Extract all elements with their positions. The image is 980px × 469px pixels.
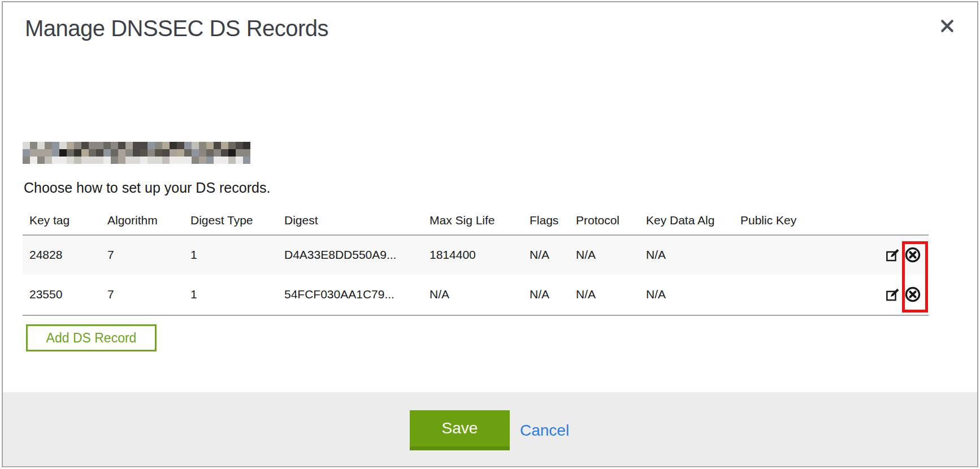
edit-icon <box>885 247 900 263</box>
redacted-pixel <box>236 157 243 164</box>
redacted-pixel <box>89 149 96 157</box>
table-header-row: Key tag Algorithm Digest Type Digest Max… <box>23 206 929 236</box>
redacted-pixel <box>228 142 236 149</box>
redacted-pixel <box>89 142 96 149</box>
redacted-pixel <box>236 142 243 149</box>
redacted-pixel <box>118 142 125 149</box>
redacted-pixel <box>199 157 206 164</box>
redacted-pixel <box>30 142 37 149</box>
save-button[interactable]: Save <box>410 410 510 450</box>
redacted-pixel <box>192 149 199 157</box>
cell-key-data-alg: N/A <box>639 248 734 262</box>
redacted-pixel <box>206 142 214 149</box>
cell-max-sig-life: 1814400 <box>423 248 523 262</box>
delete-record-button[interactable] <box>904 286 921 303</box>
redacted-pixel <box>162 142 170 149</box>
redacted-pixel <box>155 142 162 149</box>
cell-digest: 54FCF030AA1C79... <box>277 288 423 301</box>
redacted-pixel <box>67 142 74 149</box>
redacted-pixel <box>30 149 37 157</box>
redacted-pixel <box>148 157 155 164</box>
redacted-pixel <box>37 149 45 157</box>
redacted-pixel <box>228 149 236 157</box>
redacted-pixel <box>214 142 221 149</box>
setup-instruction-text: Choose how to set up your DS records. <box>24 180 270 196</box>
redacted-pixel <box>177 149 184 157</box>
col-header-key-data-alg: Key Data Alg <box>639 214 734 227</box>
redacted-pixel <box>162 149 170 157</box>
edit-icon <box>885 287 900 302</box>
redacted-pixel <box>125 142 133 149</box>
redacted-pixel <box>103 157 111 164</box>
cell-digest-type: 1 <box>184 248 277 262</box>
close-icon[interactable] <box>938 17 956 35</box>
col-header-digest: Digest <box>277 214 423 227</box>
table-row: 24828 7 1 D4A33E8DD550A9... 1814400 N/A … <box>23 236 929 274</box>
redacted-pixel <box>206 157 214 164</box>
edit-record-button[interactable] <box>884 286 901 303</box>
cell-flags: N/A <box>523 248 569 262</box>
add-ds-record-button[interactable]: Add DS Record <box>26 324 157 351</box>
redacted-pixel <box>243 149 250 157</box>
edit-record-button[interactable] <box>884 246 901 263</box>
col-header-digest-type: Digest Type <box>184 214 277 227</box>
redacted-pixel <box>140 142 148 149</box>
redacted-pixel <box>96 142 103 149</box>
redacted-pixel <box>192 157 199 164</box>
redacted-pixel <box>133 149 140 157</box>
cell-digest-type: 1 <box>184 288 277 301</box>
redacted-pixel <box>206 149 214 157</box>
redacted-pixel <box>81 157 89 164</box>
redacted-pixel <box>155 157 162 164</box>
redacted-pixel <box>96 149 103 157</box>
redacted-domain <box>23 142 250 164</box>
cell-flags: N/A <box>523 288 569 301</box>
redacted-pixel <box>228 157 236 164</box>
redacted-pixel <box>81 149 89 157</box>
cell-algorithm: 7 <box>101 248 184 262</box>
redacted-pixel <box>96 157 103 164</box>
cell-key-data-alg: N/A <box>639 288 734 301</box>
redacted-pixel <box>89 157 96 164</box>
redacted-pixel <box>103 142 111 149</box>
redacted-pixel <box>52 142 59 149</box>
redacted-pixel <box>23 157 30 164</box>
redacted-pixel <box>221 142 228 149</box>
cell-actions <box>882 246 929 263</box>
cell-key-tag: 23550 <box>23 288 101 301</box>
redacted-pixel <box>140 157 148 164</box>
delete-record-button[interactable] <box>904 246 921 263</box>
redacted-pixel <box>118 149 125 157</box>
redacted-pixel <box>74 149 81 157</box>
redacted-pixel <box>243 142 250 149</box>
cell-protocol: N/A <box>569 288 639 301</box>
col-header-protocol: Protocol <box>569 214 639 227</box>
redacted-pixel <box>170 142 177 149</box>
ds-records-table: Key tag Algorithm Digest Type Digest Max… <box>23 206 929 316</box>
redacted-pixel <box>103 149 111 157</box>
redacted-pixel <box>23 142 30 149</box>
redacted-pixel <box>170 157 177 164</box>
redacted-pixel <box>52 149 59 157</box>
redacted-pixel <box>52 157 59 164</box>
redacted-pixel <box>140 149 148 157</box>
redacted-pixel <box>184 157 192 164</box>
col-header-key-tag: Key tag <box>23 214 101 227</box>
redacted-pixel <box>23 149 30 157</box>
cell-key-tag: 24828 <box>23 248 101 262</box>
redacted-pixel <box>67 157 74 164</box>
page-title: Manage DNSSEC DS Records <box>25 16 328 41</box>
redacted-pixel <box>162 157 170 164</box>
redacted-pixel <box>111 149 118 157</box>
redacted-pixel <box>199 142 206 149</box>
col-header-max-sig-life: Max Sig Life <box>423 214 523 227</box>
redacted-pixel <box>221 149 228 157</box>
redacted-pixel <box>214 149 221 157</box>
cancel-link[interactable]: Cancel <box>520 422 569 440</box>
redacted-pixel <box>111 157 118 164</box>
redacted-pixel <box>184 142 192 149</box>
col-header-algorithm: Algorithm <box>101 214 184 227</box>
redacted-pixel <box>221 157 228 164</box>
redacted-pixel <box>118 157 125 164</box>
cell-max-sig-life: N/A <box>423 288 523 301</box>
